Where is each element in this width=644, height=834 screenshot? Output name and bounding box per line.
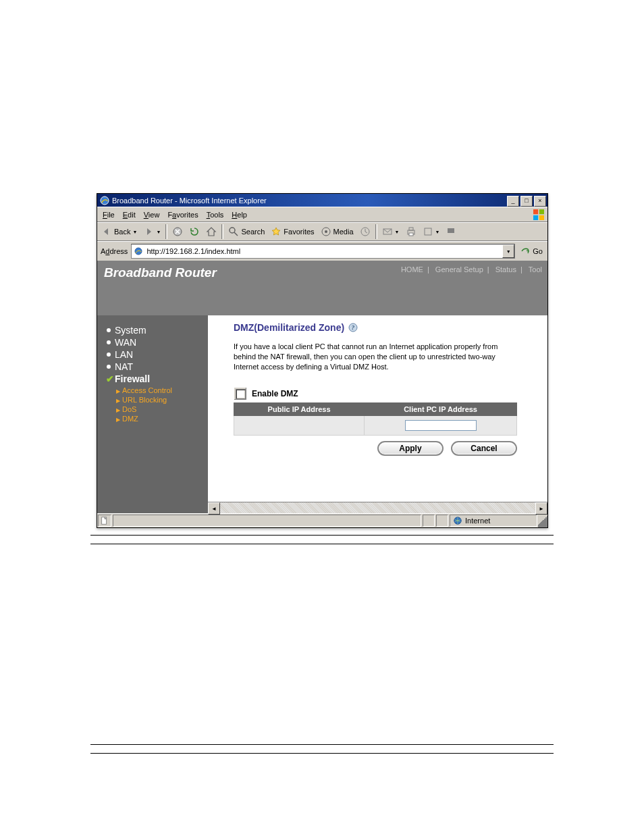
sidebar-item-wan[interactable]: WAN — [97, 337, 208, 349]
address-label: Address — [99, 247, 129, 255]
back-label: Back — [114, 228, 130, 236]
status-divider-1 — [423, 515, 435, 527]
svg-rect-2 — [539, 209, 544, 214]
back-button[interactable]: Back ▼ — [99, 224, 140, 240]
status-zone: Internet — [450, 515, 537, 527]
address-bar: Address ▼ Go — [97, 241, 547, 261]
forward-button[interactable]: ▼ — [140, 224, 163, 240]
menu-edit[interactable]: Edit — [119, 209, 140, 220]
status-zone-label: Internet — [465, 517, 490, 525]
edit-button[interactable]: ▼ — [420, 224, 443, 240]
sidebar-item-firewall[interactable]: ✔Firewall — [97, 373, 208, 386]
status-page-icon — [98, 515, 111, 527]
title-bar: Broadband Router - Microsoft Internet Ex… — [97, 194, 547, 207]
menu-help[interactable]: Help — [227, 209, 251, 220]
search-button[interactable]: Search — [225, 224, 267, 240]
horizontal-scrollbar[interactable]: ◄ ► — [208, 502, 547, 513]
go-button[interactable]: Go — [517, 246, 545, 257]
print-button[interactable] — [403, 224, 419, 240]
nav-status[interactable]: Status — [493, 265, 518, 273]
triangle-icon: ▶ — [116, 398, 120, 404]
scroll-right-button[interactable]: ► — [535, 502, 547, 515]
check-icon: ✔ — [106, 373, 111, 384]
close-button[interactable]: × — [534, 196, 546, 207]
router-title: Broadband Router — [104, 265, 217, 280]
history-button[interactable] — [357, 224, 373, 240]
go-icon — [520, 246, 531, 257]
menu-view[interactable]: View — [140, 209, 164, 220]
address-dropdown-button[interactable]: ▼ — [502, 244, 514, 258]
edit-app-icon — [423, 226, 433, 237]
svg-rect-1 — [533, 209, 538, 214]
router-header: Broadband Router HOME| General Setup| St… — [97, 261, 547, 315]
menu-bar: File Edit View Favorites Tools Help — [97, 207, 547, 222]
svg-rect-15 — [448, 228, 454, 233]
sidebar-item-nat[interactable]: NAT — [97, 361, 208, 373]
cancel-button[interactable]: Cancel — [451, 441, 517, 456]
ie-window: Broadband Router - Microsoft Internet Ex… — [97, 193, 548, 528]
address-field[interactable]: ▼ — [131, 244, 515, 259]
sidebar-sub-dos[interactable]: ▶DoS — [97, 405, 208, 414]
toolbar: Back ▼ ▼ Search — [97, 222, 547, 241]
sidebar-sub-url-blocking[interactable]: ▶URL Blocking — [97, 395, 208, 405]
status-bar: Internet — [97, 513, 547, 527]
ie-icon — [99, 195, 110, 206]
sidebar-item-system[interactable]: System — [97, 325, 208, 337]
scroll-left-button[interactable]: ◄ — [208, 502, 220, 515]
stop-icon — [172, 226, 183, 237]
col-public-ip: Public IP Address — [234, 403, 365, 416]
discuss-button[interactable] — [444, 224, 460, 240]
menu-file[interactable]: File — [99, 209, 119, 220]
svg-rect-14 — [425, 228, 431, 235]
mail-button[interactable]: ▼ — [379, 224, 402, 240]
cell-public-ip — [234, 416, 365, 436]
internet-zone-icon — [453, 516, 462, 525]
home-button[interactable] — [203, 224, 219, 240]
menu-tools[interactable]: Tools — [203, 209, 228, 220]
nav-general-setup[interactable]: General Setup — [433, 265, 485, 273]
content-area: Broadband Router HOME| General Setup| St… — [97, 261, 547, 513]
sidebar-sub-dmz[interactable]: ▶DMZ — [97, 414, 208, 423]
address-input[interactable] — [145, 246, 502, 256]
nav-tool[interactable]: Tool — [527, 265, 544, 273]
svg-text:?: ? — [352, 324, 355, 331]
triangle-icon: ▶ — [116, 407, 120, 413]
enable-dmz-checkbox-frame[interactable] — [234, 387, 247, 400]
refresh-button[interactable] — [186, 224, 203, 240]
svg-rect-3 — [533, 215, 538, 219]
favorites-label: Favorites — [284, 228, 314, 236]
svg-rect-12 — [409, 228, 413, 230]
menu-favorites[interactable]: Favorites — [163, 209, 202, 220]
help-icon[interactable]: ? — [348, 323, 358, 332]
favorites-button[interactable]: Favorites — [268, 224, 317, 240]
triangle-icon: ▶ — [116, 417, 120, 423]
col-client-ip: Client PC IP Address — [365, 403, 517, 416]
client-ip-input[interactable] — [405, 420, 477, 431]
status-divider-2 — [436, 515, 448, 527]
main-panel: DMZ(Demilitarized Zone) ? If you have a … — [208, 315, 547, 513]
windows-logo-icon — [532, 209, 545, 221]
dmz-title: DMZ(Demilitarized Zone) — [234, 322, 344, 333]
resize-grip[interactable] — [538, 514, 547, 527]
enable-dmz-checkbox[interactable] — [236, 389, 246, 399]
minimize-button[interactable]: _ — [507, 196, 519, 207]
apply-button[interactable]: Apply — [377, 441, 444, 456]
maximize-button[interactable]: □ — [520, 196, 533, 207]
scroll-track[interactable] — [220, 502, 535, 513]
history-icon — [360, 226, 371, 237]
status-text — [113, 515, 421, 527]
page-icon — [133, 246, 144, 257]
stop-button[interactable] — [169, 224, 186, 240]
sidebar-item-lan[interactable]: LAN — [97, 349, 208, 361]
section-description: If you have a local client PC that canno… — [234, 342, 517, 372]
window-title: Broadband Router - Microsoft Internet Ex… — [112, 197, 506, 205]
table-row — [234, 416, 517, 436]
media-button[interactable]: Media — [318, 224, 356, 240]
sidebar: System WAN LAN NAT ✔Firewall ▶Access Con… — [97, 315, 208, 513]
print-icon — [406, 226, 417, 237]
sidebar-sub-access-control[interactable]: ▶Access Control — [97, 386, 208, 395]
home-icon — [206, 226, 217, 237]
favorites-icon — [271, 226, 281, 237]
search-icon — [228, 226, 239, 237]
nav-home[interactable]: HOME — [399, 265, 425, 273]
